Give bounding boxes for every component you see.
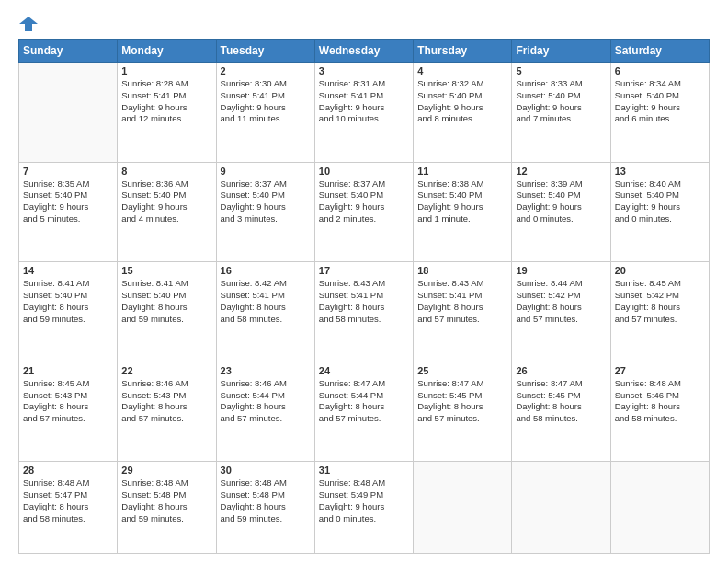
day-info: Sunrise: 8:47 AM Sunset: 5:45 PM Dayligh… bbox=[516, 378, 606, 425]
calendar-cell: 14Sunrise: 8:41 AM Sunset: 5:40 PM Dayli… bbox=[19, 262, 118, 362]
day-info: Sunrise: 8:48 AM Sunset: 5:48 PM Dayligh… bbox=[221, 477, 311, 524]
svg-marker-0 bbox=[19, 17, 38, 31]
calendar-cell: 2Sunrise: 8:30 AM Sunset: 5:41 PM Daylig… bbox=[216, 63, 314, 163]
calendar-cell: 29Sunrise: 8:48 AM Sunset: 5:48 PM Dayli… bbox=[118, 462, 216, 554]
day-number: 29 bbox=[121, 465, 211, 476]
day-number: 22 bbox=[121, 365, 211, 376]
calendar-header-row: SundayMondayTuesdayWednesdayThursdayFrid… bbox=[19, 40, 710, 63]
calendar-cell: 31Sunrise: 8:48 AM Sunset: 5:49 PM Dayli… bbox=[314, 462, 413, 554]
day-number: 16 bbox=[221, 265, 311, 276]
calendar-cell: 6Sunrise: 8:34 AM Sunset: 5:40 PM Daylig… bbox=[610, 63, 709, 163]
calendar-cell bbox=[512, 462, 610, 554]
day-info: Sunrise: 8:28 AM Sunset: 5:41 PM Dayligh… bbox=[121, 78, 211, 125]
calendar-cell: 3Sunrise: 8:31 AM Sunset: 5:41 PM Daylig… bbox=[314, 63, 413, 163]
calendar-cell: 4Sunrise: 8:32 AM Sunset: 5:40 PM Daylig… bbox=[414, 63, 512, 163]
day-info: Sunrise: 8:47 AM Sunset: 5:44 PM Dayligh… bbox=[319, 378, 409, 425]
day-number: 21 bbox=[23, 365, 113, 376]
calendar-cell: 30Sunrise: 8:48 AM Sunset: 5:48 PM Dayli… bbox=[216, 462, 314, 554]
calendar-cell: 16Sunrise: 8:42 AM Sunset: 5:41 PM Dayli… bbox=[216, 262, 314, 362]
weekday-header-tuesday: Tuesday bbox=[216, 40, 314, 63]
day-info: Sunrise: 8:34 AM Sunset: 5:40 PM Dayligh… bbox=[615, 78, 705, 125]
day-info: Sunrise: 8:47 AM Sunset: 5:45 PM Dayligh… bbox=[417, 378, 507, 425]
day-number: 28 bbox=[23, 465, 113, 476]
day-info: Sunrise: 8:41 AM Sunset: 5:40 PM Dayligh… bbox=[121, 278, 211, 325]
day-info: Sunrise: 8:45 AM Sunset: 5:42 PM Dayligh… bbox=[615, 278, 705, 325]
weekday-header-wednesday: Wednesday bbox=[314, 40, 413, 63]
day-info: Sunrise: 8:48 AM Sunset: 5:49 PM Dayligh… bbox=[319, 477, 409, 524]
day-number: 13 bbox=[615, 166, 705, 177]
calendar-cell: 5Sunrise: 8:33 AM Sunset: 5:40 PM Daylig… bbox=[512, 63, 610, 163]
calendar-week-row: 21Sunrise: 8:45 AM Sunset: 5:43 PM Dayli… bbox=[19, 362, 710, 462]
day-number: 4 bbox=[417, 65, 507, 76]
day-number: 15 bbox=[121, 265, 211, 276]
header bbox=[18, 15, 710, 29]
calendar-cell: 21Sunrise: 8:45 AM Sunset: 5:43 PM Dayli… bbox=[19, 362, 118, 462]
day-number: 30 bbox=[221, 465, 311, 476]
day-number: 10 bbox=[319, 166, 409, 177]
page: SundayMondayTuesdayWednesdayThursdayFrid… bbox=[0, 0, 728, 563]
calendar-table: SundayMondayTuesdayWednesdayThursdayFrid… bbox=[18, 39, 710, 554]
calendar-cell: 9Sunrise: 8:37 AM Sunset: 5:40 PM Daylig… bbox=[216, 162, 314, 262]
calendar-cell bbox=[414, 462, 512, 554]
day-number: 5 bbox=[516, 65, 606, 76]
day-info: Sunrise: 8:40 AM Sunset: 5:40 PM Dayligh… bbox=[615, 178, 705, 225]
weekday-header-monday: Monday bbox=[118, 40, 216, 63]
calendar-cell: 11Sunrise: 8:38 AM Sunset: 5:40 PM Dayli… bbox=[414, 162, 512, 262]
calendar-cell: 23Sunrise: 8:46 AM Sunset: 5:44 PM Dayli… bbox=[216, 362, 314, 462]
logo-bird-icon bbox=[19, 15, 38, 33]
day-info: Sunrise: 8:44 AM Sunset: 5:42 PM Dayligh… bbox=[516, 278, 606, 325]
calendar-cell bbox=[19, 63, 118, 163]
calendar-cell: 15Sunrise: 8:41 AM Sunset: 5:40 PM Dayli… bbox=[118, 262, 216, 362]
calendar-cell: 26Sunrise: 8:47 AM Sunset: 5:45 PM Dayli… bbox=[512, 362, 610, 462]
weekday-header-saturday: Saturday bbox=[610, 40, 709, 63]
weekday-header-friday: Friday bbox=[512, 40, 610, 63]
day-number: 1 bbox=[121, 65, 211, 76]
calendar-cell bbox=[610, 462, 709, 554]
calendar-cell: 8Sunrise: 8:36 AM Sunset: 5:40 PM Daylig… bbox=[118, 162, 216, 262]
calendar-cell: 12Sunrise: 8:39 AM Sunset: 5:40 PM Dayli… bbox=[512, 162, 610, 262]
day-number: 25 bbox=[417, 365, 507, 376]
day-number: 18 bbox=[417, 265, 507, 276]
day-number: 3 bbox=[319, 65, 409, 76]
day-info: Sunrise: 8:36 AM Sunset: 5:40 PM Dayligh… bbox=[121, 178, 211, 225]
day-number: 7 bbox=[23, 166, 113, 177]
day-info: Sunrise: 8:37 AM Sunset: 5:40 PM Dayligh… bbox=[221, 178, 311, 225]
day-info: Sunrise: 8:38 AM Sunset: 5:40 PM Dayligh… bbox=[417, 178, 507, 225]
calendar-cell: 27Sunrise: 8:48 AM Sunset: 5:46 PM Dayli… bbox=[610, 362, 709, 462]
calendar-cell: 22Sunrise: 8:46 AM Sunset: 5:43 PM Dayli… bbox=[118, 362, 216, 462]
calendar-cell: 1Sunrise: 8:28 AM Sunset: 5:41 PM Daylig… bbox=[118, 63, 216, 163]
day-number: 9 bbox=[221, 166, 311, 177]
weekday-header-sunday: Sunday bbox=[19, 40, 118, 63]
calendar-cell: 17Sunrise: 8:43 AM Sunset: 5:41 PM Dayli… bbox=[314, 262, 413, 362]
calendar-week-row: 28Sunrise: 8:48 AM Sunset: 5:47 PM Dayli… bbox=[19, 462, 710, 554]
day-info: Sunrise: 8:42 AM Sunset: 5:41 PM Dayligh… bbox=[221, 278, 311, 325]
day-info: Sunrise: 8:46 AM Sunset: 5:43 PM Dayligh… bbox=[121, 378, 211, 425]
day-info: Sunrise: 8:46 AM Sunset: 5:44 PM Dayligh… bbox=[221, 378, 311, 425]
day-info: Sunrise: 8:48 AM Sunset: 5:48 PM Dayligh… bbox=[121, 477, 211, 524]
calendar-week-row: 7Sunrise: 8:35 AM Sunset: 5:40 PM Daylig… bbox=[19, 162, 710, 262]
day-info: Sunrise: 8:33 AM Sunset: 5:40 PM Dayligh… bbox=[516, 78, 606, 125]
calendar-cell: 20Sunrise: 8:45 AM Sunset: 5:42 PM Dayli… bbox=[610, 262, 709, 362]
day-info: Sunrise: 8:41 AM Sunset: 5:40 PM Dayligh… bbox=[23, 278, 113, 325]
calendar-cell: 7Sunrise: 8:35 AM Sunset: 5:40 PM Daylig… bbox=[19, 162, 118, 262]
calendar-cell: 28Sunrise: 8:48 AM Sunset: 5:47 PM Dayli… bbox=[19, 462, 118, 554]
day-number: 12 bbox=[516, 166, 606, 177]
day-info: Sunrise: 8:37 AM Sunset: 5:40 PM Dayligh… bbox=[319, 178, 409, 225]
day-info: Sunrise: 8:30 AM Sunset: 5:41 PM Dayligh… bbox=[221, 78, 311, 125]
day-info: Sunrise: 8:32 AM Sunset: 5:40 PM Dayligh… bbox=[417, 78, 507, 125]
day-number: 6 bbox=[615, 65, 705, 76]
calendar-cell: 25Sunrise: 8:47 AM Sunset: 5:45 PM Dayli… bbox=[414, 362, 512, 462]
calendar-week-row: 1Sunrise: 8:28 AM Sunset: 5:41 PM Daylig… bbox=[19, 63, 710, 163]
day-number: 11 bbox=[417, 166, 507, 177]
day-number: 23 bbox=[221, 365, 311, 376]
day-number: 17 bbox=[319, 265, 409, 276]
day-info: Sunrise: 8:48 AM Sunset: 5:47 PM Dayligh… bbox=[23, 477, 113, 524]
day-number: 2 bbox=[221, 65, 311, 76]
day-info: Sunrise: 8:31 AM Sunset: 5:41 PM Dayligh… bbox=[319, 78, 409, 125]
day-number: 27 bbox=[615, 365, 705, 376]
day-number: 26 bbox=[516, 365, 606, 376]
day-number: 31 bbox=[319, 465, 409, 476]
calendar-cell: 10Sunrise: 8:37 AM Sunset: 5:40 PM Dayli… bbox=[314, 162, 413, 262]
day-number: 8 bbox=[121, 166, 211, 177]
calendar-cell: 13Sunrise: 8:40 AM Sunset: 5:40 PM Dayli… bbox=[610, 162, 709, 262]
